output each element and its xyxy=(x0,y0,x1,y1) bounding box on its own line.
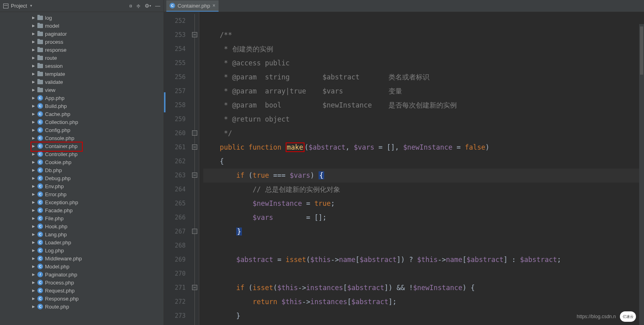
expand-arrow-icon[interactable]: ▶ xyxy=(31,40,35,44)
code-line-256[interactable]: * @param string $abstract 类名或者标识 xyxy=(203,70,644,84)
expand-arrow-icon[interactable]: ▶ xyxy=(31,88,35,92)
folder-session[interactable]: ▶session xyxy=(0,62,164,70)
file-Cookie-php[interactable]: ▶CCookie.php xyxy=(0,158,164,166)
file-Loader-php[interactable]: ▶CLoader.php xyxy=(0,238,164,246)
line-number[interactable]: 264 xyxy=(164,183,186,197)
folder-route[interactable]: ▶route xyxy=(0,54,164,62)
expand-arrow-icon[interactable]: ▶ xyxy=(31,272,35,276)
line-number[interactable]: 262 xyxy=(164,154,186,169)
expand-arrow-icon[interactable]: ▶ xyxy=(31,208,35,212)
expand-arrow-icon[interactable]: ▶ xyxy=(31,248,35,252)
file-Model-php[interactable]: ▶CModel.php xyxy=(0,262,164,270)
hide-icon[interactable]: — xyxy=(155,3,160,9)
expand-arrow-icon[interactable]: ▶ xyxy=(31,56,35,60)
expand-arrow-icon[interactable]: ▶ xyxy=(31,232,35,236)
code-editor[interactable]: /** * 创建类的实例 * @access public * @param s… xyxy=(199,12,644,325)
fold-toggle-icon[interactable]: − xyxy=(192,32,197,37)
code-line-267[interactable]: } xyxy=(203,225,644,239)
folder-validate[interactable]: ▶validate xyxy=(0,78,164,86)
fold-toggle-icon[interactable]: − xyxy=(192,285,197,290)
file-Middleware-php[interactable]: ▶CMiddleware.php xyxy=(0,254,164,262)
fold-toggle-icon[interactable]: − xyxy=(192,144,197,150)
code-line-269[interactable]: $abstract = isset($this->name[$abstract]… xyxy=(203,253,644,267)
code-line-271[interactable]: if (isset($this->instances[$abstract]) &… xyxy=(203,281,644,295)
code-line-255[interactable]: * @access public xyxy=(203,56,644,70)
file-App-php[interactable]: ▶CApp.php xyxy=(0,94,164,102)
line-number[interactable]: 253 xyxy=(164,28,186,42)
expand-arrow-icon[interactable]: ▶ xyxy=(31,80,35,84)
expand-arrow-icon[interactable]: ▶ xyxy=(31,24,35,28)
file-Debug-php[interactable]: ▶CDebug.php xyxy=(0,174,164,182)
expand-arrow-icon[interactable]: ▶ xyxy=(31,112,35,116)
code-line-266[interactable]: $vars = []; xyxy=(203,211,644,225)
file-Env-php[interactable]: ▶CEnv.php xyxy=(0,182,164,190)
line-number[interactable]: 258 xyxy=(164,98,186,112)
project-tree[interactable]: ▶log▶model▶paginator▶process▶response▶ro… xyxy=(0,12,164,325)
line-number[interactable]: 266 xyxy=(164,211,186,225)
line-number[interactable]: 272 xyxy=(164,295,186,309)
line-number[interactable]: 255 xyxy=(164,56,186,70)
expand-arrow-icon[interactable]: ▶ xyxy=(31,200,35,204)
expand-arrow-icon[interactable]: ▶ xyxy=(31,16,35,20)
code-line-263[interactable]: if (true === $vars) { xyxy=(203,169,644,183)
code-line-254[interactable]: * 创建类的实例 xyxy=(203,42,644,56)
line-number[interactable]: 259 xyxy=(164,112,186,126)
line-number[interactable]: 261 xyxy=(164,140,186,154)
collapse-icon[interactable]: ≑ xyxy=(136,3,141,9)
code-line-258[interactable]: * @param bool $newInstance 是否每次创建新的实例 xyxy=(203,98,644,112)
line-number[interactable]: 268 xyxy=(164,239,186,253)
folder-log[interactable]: ▶log xyxy=(0,14,164,22)
expand-arrow-icon[interactable]: ▶ xyxy=(31,32,35,36)
code-line-257[interactable]: * @param array|true $vars 变量 xyxy=(203,84,644,98)
folder-view[interactable]: ▶view xyxy=(0,86,164,94)
expand-arrow-icon[interactable]: ▶ xyxy=(31,48,35,52)
expand-arrow-icon[interactable]: ▶ xyxy=(31,280,35,284)
fold-toggle-icon[interactable]: − xyxy=(192,173,197,178)
file-File-php[interactable]: ▶CFile.php xyxy=(0,214,164,222)
file-Build-php[interactable]: ▶CBuild.php xyxy=(0,102,164,110)
expand-arrow-icon[interactable]: ▶ xyxy=(31,176,35,180)
code-line-272[interactable]: return $this->instances[$abstract]; xyxy=(203,295,644,309)
code-line-265[interactable]: $newInstance = true; xyxy=(203,197,644,211)
code-line-268[interactable] xyxy=(203,239,644,253)
expand-arrow-icon[interactable]: ▶ xyxy=(31,224,35,228)
file-Log-php[interactable]: ▶CLog.php xyxy=(0,246,164,254)
expand-arrow-icon[interactable]: ▶ xyxy=(31,297,35,301)
fold-toggle-icon[interactable] xyxy=(192,229,197,234)
expand-arrow-icon[interactable]: ▶ xyxy=(31,64,35,68)
file-Exception-php[interactable]: ▶CException.php xyxy=(0,198,164,206)
file-Request-php[interactable]: ▶CRequest.php xyxy=(0,286,164,295)
line-number[interactable]: 263 xyxy=(164,169,186,183)
file-Config-php[interactable]: ▶CConfig.php xyxy=(0,126,164,134)
expand-arrow-icon[interactable]: ▶ xyxy=(31,216,35,220)
expand-arrow-icon[interactable]: ▶ xyxy=(31,288,35,292)
file-Response-php[interactable]: ▶CResponse.php xyxy=(0,295,164,303)
file-Process-php[interactable]: ▶CProcess.php xyxy=(0,278,164,286)
file-Container-php[interactable]: ▶CContainer.php xyxy=(0,142,164,150)
line-number[interactable]: 256 xyxy=(164,70,186,84)
file-Collection-php[interactable]: ▶CCollection.php xyxy=(0,118,164,126)
expand-arrow-icon[interactable]: ▶ xyxy=(31,96,35,100)
expand-arrow-icon[interactable]: ▶ xyxy=(31,264,35,268)
file-Cache-php[interactable]: ▶CCache.php xyxy=(0,110,164,118)
expand-arrow-icon[interactable]: ▶ xyxy=(31,144,35,148)
expand-arrow-icon[interactable]: ▶ xyxy=(31,168,35,172)
line-gutter[interactable]: 2522532542552562572582592602612622632642… xyxy=(164,12,190,325)
expand-arrow-icon[interactable]: ▶ xyxy=(31,136,35,140)
line-number[interactable]: 265 xyxy=(164,197,186,211)
project-selector[interactable]: Project ▼ xyxy=(3,3,33,9)
line-number[interactable]: 257 xyxy=(164,84,186,98)
folder-process[interactable]: ▶process xyxy=(0,38,164,46)
code-line-253[interactable]: /** xyxy=(203,28,644,42)
file-Paginator-php[interactable]: ▶IPaginator.php xyxy=(0,270,164,278)
expand-arrow-icon[interactable]: ▶ xyxy=(31,256,35,260)
line-number[interactable]: 270 xyxy=(164,267,186,281)
folder-paginator[interactable]: ▶paginator xyxy=(0,30,164,38)
code-line-259[interactable]: * @return object xyxy=(203,112,644,126)
scroll-marker[interactable] xyxy=(639,24,644,325)
expand-arrow-icon[interactable]: ▶ xyxy=(31,128,35,132)
line-number[interactable]: 271 xyxy=(164,281,186,295)
line-number[interactable]: 252 xyxy=(164,14,186,28)
close-icon[interactable]: × xyxy=(213,3,215,8)
line-number[interactable]: 260 xyxy=(164,126,186,140)
